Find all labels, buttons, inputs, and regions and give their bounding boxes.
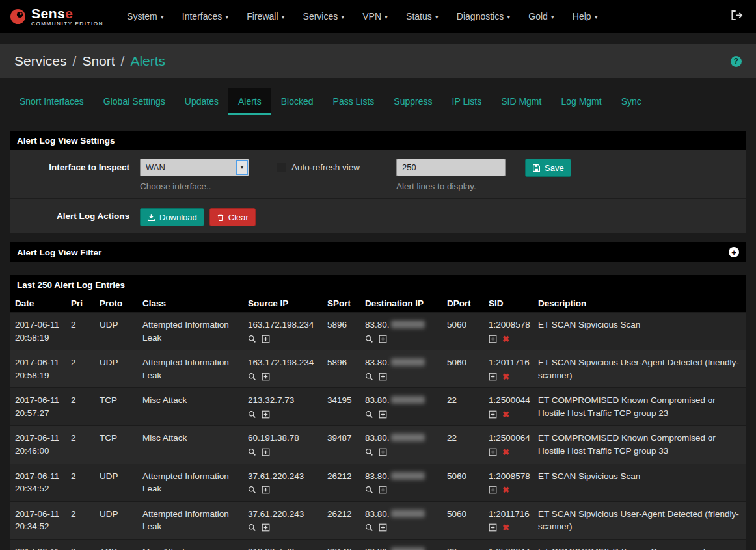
col-description: Description [533,295,746,313]
search-icon[interactable] [365,335,373,343]
tab-updates[interactable]: Updates [175,88,228,115]
nav-item-system[interactable]: System▾ [118,1,173,32]
nav-item-diagnostics[interactable]: Diagnostics▾ [448,1,519,32]
breadcrumb-services[interactable]: Services [14,53,67,69]
disable-rule-icon[interactable]: ✖ [502,523,509,532]
sign-out-icon[interactable] [727,6,747,27]
nav-item-gold[interactable]: Gold▾ [519,1,563,32]
disable-rule-icon[interactable]: ✖ [502,448,509,456]
disable-rule-icon[interactable]: ✖ [502,410,509,419]
brand-logo[interactable]: Sense COMMUNITY EDITION [9,7,103,27]
add-to-filter-icon[interactable] [379,335,387,343]
cell-class: Attempted Information Leak [137,501,243,539]
add-suppress-icon[interactable] [489,486,497,494]
disable-rule-icon[interactable]: ✖ [502,335,509,343]
expand-filter-icon[interactable]: + [729,247,739,257]
nav-item-help[interactable]: Help▾ [563,1,607,32]
add-to-filter-icon[interactable] [379,486,387,494]
cell-proto: TCP [94,539,137,550]
search-icon[interactable] [365,448,373,456]
clear-button[interactable]: Clear [209,208,256,226]
panel-title-entries: Last 250 Alert Log Entries [10,275,746,295]
alert-lines-input[interactable] [396,159,506,176]
tab-blocked[interactable]: Blocked [271,88,323,115]
chevron-down-icon: ▾ [385,13,388,20]
search-icon[interactable] [248,410,256,419]
add-to-filter-icon[interactable] [262,523,270,532]
search-icon[interactable] [365,410,373,419]
table-header-row: Date Pri Proto Class Source IP SPort Des… [10,295,746,313]
col-destination-ip: Destination IP [360,295,442,313]
search-icon[interactable] [365,523,373,532]
tab-sid-mgmt[interactable]: SID Mgmt [491,88,551,115]
chevron-down-icon: ▾ [507,13,510,20]
add-to-filter-icon[interactable] [262,335,270,343]
cell-sport: 34195 [322,388,360,426]
disable-rule-icon[interactable]: ✖ [502,486,509,494]
tab-sync[interactable]: Sync [612,88,651,115]
search-icon[interactable] [248,486,256,494]
nav-item-status[interactable]: Status▾ [397,1,448,32]
nav-item-services[interactable]: Services▾ [294,1,354,32]
interface-row: Interface to Inspect WAN ▼ Choose interf… [10,150,746,199]
add-to-filter-icon[interactable] [379,448,387,456]
alert-log-actions-row: Alert Log Actions Download Clear [10,199,746,233]
search-icon[interactable] [365,486,373,494]
add-to-filter-icon[interactable] [379,373,387,381]
interface-to-inspect-label: Interface to Inspect [10,159,140,172]
breadcrumb-snort[interactable]: Snort [82,53,115,69]
tab-bar: Snort Interfaces Global Settings Updates… [10,88,746,115]
auto-refresh-checkbox[interactable] [277,163,286,172]
tab-log-mgmt[interactable]: Log Mgmt [551,88,611,115]
download-button[interactable]: Download [140,208,204,226]
disable-rule-icon[interactable]: ✖ [502,373,509,381]
interface-select[interactable]: WAN ▼ [140,159,249,176]
tab-suppress[interactable]: Suppress [384,88,442,115]
select-arrow-icon[interactable]: ▼ [236,160,248,175]
redacted-ip [391,321,425,328]
search-icon[interactable] [365,373,373,381]
auto-refresh-label: Auto-refresh view [291,163,360,172]
tab-ip-lists[interactable]: IP Lists [442,88,492,115]
redacted-ip [391,547,425,550]
add-suppress-icon[interactable] [489,335,497,343]
add-suppress-icon[interactable] [489,523,497,532]
cell-sid: 1:2011716 ✖ [483,350,533,388]
cell-sid: 1:2500044 ✖ [483,388,533,426]
add-to-filter-icon[interactable] [379,523,387,532]
search-icon[interactable] [248,448,256,456]
nav-label: VPN [362,11,381,21]
cell-source-ip: 37.61.220.243 [243,501,322,539]
nav-item-interfaces[interactable]: Interfaces▾ [173,1,238,32]
add-to-filter-icon[interactable] [262,373,270,381]
redacted-ip [391,396,425,404]
tab-pass-lists[interactable]: Pass Lists [323,88,385,115]
tab-global-settings[interactable]: Global Settings [94,88,175,115]
add-to-filter-icon[interactable] [262,486,270,494]
col-proto: Proto [94,295,137,313]
panel-title-filter: Alert Log View Filter [17,248,101,257]
page-title: Alerts [130,53,165,69]
add-to-filter-icon[interactable] [379,410,387,419]
help-icon[interactable]: ? [731,56,742,67]
nav-label: Status [406,11,432,21]
alert-lines-help-text: Alert lines to display. [396,181,506,191]
search-icon[interactable] [248,373,256,381]
cell-pri: 2 [66,426,94,464]
cell-date: 2017-06-11 20:34:52 [10,464,66,501]
search-icon[interactable] [248,523,256,532]
tab-alerts[interactable]: Alerts [228,88,271,115]
search-icon[interactable] [248,335,256,343]
add-suppress-icon[interactable] [489,448,497,456]
save-button[interactable]: Save [525,159,571,177]
add-to-filter-icon[interactable] [262,448,270,456]
add-to-filter-icon[interactable] [262,410,270,419]
tab-snort-interfaces[interactable]: Snort Interfaces [10,88,94,115]
nav-item-firewall[interactable]: Firewall▾ [237,1,293,32]
cell-proto: UDP [94,350,137,388]
nav-item-vpn[interactable]: VPN▾ [353,1,397,32]
add-suppress-icon[interactable] [489,373,497,381]
col-class: Class [137,295,243,313]
add-suppress-icon[interactable] [489,410,497,419]
cell-description: ET SCAN Sipvicious User-Agent Detected (… [533,350,746,388]
